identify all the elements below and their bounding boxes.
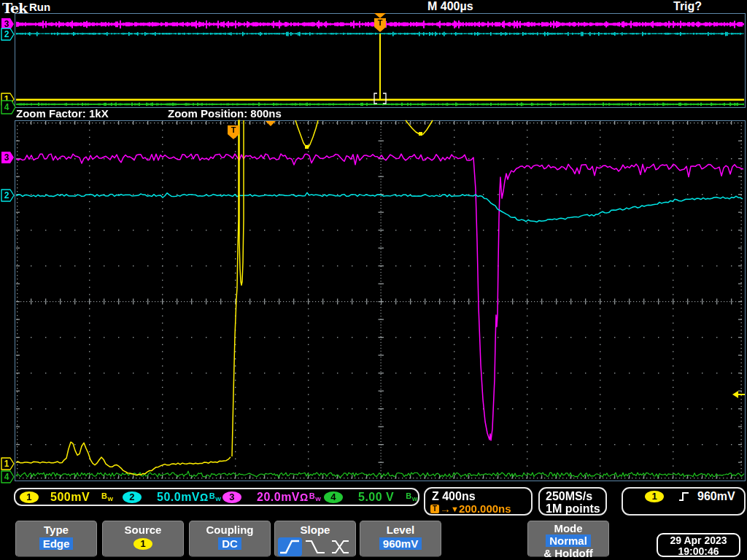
menu-source-label: Source	[103, 524, 183, 536]
ch3-badge: 3	[222, 491, 241, 503]
menu-source-button[interactable]: Source 1	[102, 521, 184, 557]
menu-level-value: 960mV	[379, 537, 422, 550]
menu-level-label: Level	[360, 524, 441, 536]
date-readout: 29 Apr 2023	[658, 535, 739, 546]
slope-falling-icon[interactable]	[303, 537, 328, 556]
ch4-badge: 4	[324, 491, 343, 503]
menu-slope-button[interactable]: Slope	[274, 521, 356, 557]
zoom-window	[15, 120, 746, 481]
menu-type-button[interactable]: Type Edge	[15, 521, 97, 557]
slope-rising-icon[interactable]	[278, 537, 302, 556]
overview-window	[15, 13, 746, 108]
sample-rate-box: 250MS/s 1M points	[538, 487, 607, 516]
arrow-icon: →	[440, 502, 451, 515]
trigger-slope-icon	[678, 491, 690, 502]
menu-coupling-label: Coupling	[190, 524, 270, 536]
delay-triangle-icon: ▼	[451, 505, 459, 513]
trigger-status: Trig?	[673, 0, 702, 13]
time-readout: 19:00:46	[658, 546, 739, 557]
delay-readout: T→▼200.000ns	[430, 502, 511, 515]
ch2-scale-readout: 250.0mVΩBW	[123, 490, 221, 505]
ch3-scale-readout: 320.0mVΩBW	[222, 490, 321, 505]
acquisition-status: Run	[29, 1, 50, 13]
trigger-level-readout: 960mV	[697, 490, 735, 503]
bandwidth-limit-icon: BW	[101, 491, 114, 502]
timebase-readout: M 400µs	[427, 0, 473, 13]
record-length-readout: 1M points	[546, 502, 600, 516]
menu-coupling-button[interactable]: Coupling DC	[189, 521, 271, 557]
ch1-badge: 1	[20, 491, 39, 503]
menu-level-button[interactable]: Level 960mV	[360, 521, 441, 557]
menu-type-value: Edge	[39, 537, 74, 550]
ch1-scale-readout: 1500mVBW	[20, 490, 114, 505]
bandwidth-limit-icon: BW	[209, 491, 222, 502]
sample-rate-readout: 250MS/s	[546, 490, 592, 503]
ch4-scale-readout: 45.00 VBW	[324, 490, 418, 505]
oscilloscope-screen: Tek Run M 400µs Trig? Zoom Factor: 1kX Z…	[0, 0, 747, 560]
channel-scale-readouts: 1500mVBW250.0mVΩBW320.0mVΩBW45.00 VBW	[14, 488, 419, 506]
datetime-box: 29 Apr 2023 19:00:46	[657, 533, 740, 557]
menu-type-label: Type	[16, 524, 96, 536]
trigger-readout-box: 1 960mV	[622, 487, 746, 516]
zoom-timebase-box: Z 400ns T→▼200.000ns	[424, 487, 533, 516]
ch2-badge: 2	[123, 491, 142, 503]
menu-slope-label: Slope	[275, 524, 355, 536]
menu-source-value-badge: 1	[133, 538, 152, 550]
menu-mode-label: Mode	[528, 522, 608, 534]
zoom-factor-label: Zoom Factor: 1kX	[16, 107, 109, 120]
menu-mode-value: Normal	[546, 534, 591, 547]
menu-mode-value2: & Holdoff	[528, 547, 608, 559]
bandwidth-limit-icon: BW	[309, 491, 322, 502]
menu-mode-button[interactable]: Mode Normal & Holdoff	[527, 521, 609, 557]
trigger-t-icon: T	[430, 505, 439, 513]
slope-either-icon[interactable]	[329, 537, 353, 556]
menu-coupling-value: DC	[218, 537, 241, 550]
bandwidth-limit-icon: BW	[406, 491, 418, 502]
zoom-scale-readout: Z 400ns	[432, 490, 476, 503]
zoom-position-label: Zoom Position: 800ns	[168, 107, 282, 120]
trigger-source-badge: 1	[645, 491, 664, 502]
